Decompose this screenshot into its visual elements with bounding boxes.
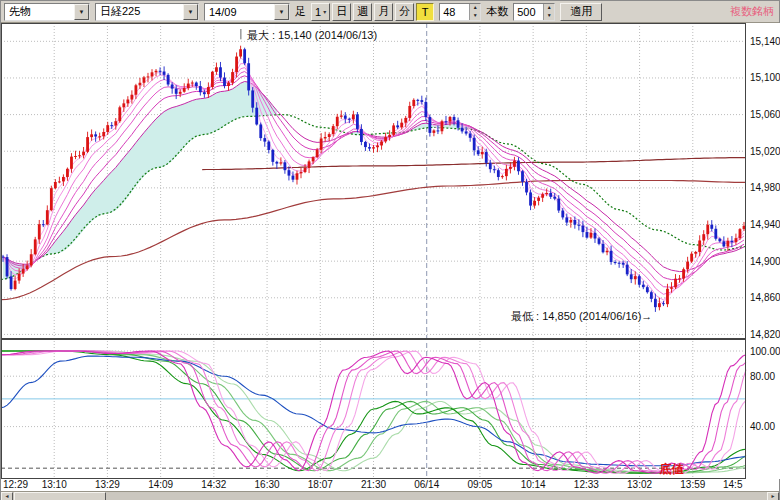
bar-type-button-day[interactable]: 日 (332, 3, 351, 21)
x-axis-label: 14:09 (148, 479, 173, 490)
futures-chart-window: 先物 日経225 14/09 足 1▾日週月分T 48 本数 500 適用 複数… (0, 0, 780, 500)
x-axis-label: 14:5 (723, 479, 742, 490)
instrument-type-select[interactable]: 先物 (4, 3, 90, 21)
chevron-down-icon: ▾ (323, 8, 326, 15)
chart-canvas[interactable]: 15,14015,10015,06015,02014,98014,94014,9… (1, 23, 780, 479)
bar-type-button-label: 日 (336, 4, 347, 19)
instrument-type-value: 先物 (5, 4, 74, 19)
contract-month-select[interactable]: 14/09 (204, 3, 290, 21)
scroll-left-button[interactable]: ◄ (1, 492, 13, 500)
svg-text:15,100: 15,100 (750, 72, 780, 83)
scroll-right-button[interactable]: ► (767, 492, 779, 500)
svg-text:80.00: 80.00 (750, 371, 775, 382)
x-axis-label: 12:33 (574, 479, 599, 490)
svg-text:14,900: 14,900 (750, 256, 780, 267)
bar-type-button-tick[interactable]: T (416, 3, 434, 21)
bar-type-label: 足 (295, 4, 306, 19)
x-axis-label: 09:05 (467, 479, 492, 490)
x-axis-label: 21:30 (361, 479, 386, 490)
chevron-down-icon[interactable] (74, 4, 89, 20)
scrollbar-thumb[interactable] (14, 492, 106, 500)
symbol-select[interactable]: 日経225 (95, 3, 199, 21)
x-axis-label: 13:02 (627, 479, 652, 490)
svg-text:14,940: 14,940 (750, 219, 780, 230)
x-axis-label: 13:10 (42, 479, 67, 490)
bar-type-button-group: 1▾日週月分T (311, 3, 434, 21)
right-arrow-icon: ► (768, 493, 778, 500)
bar-count-spinbox[interactable]: 500 (513, 3, 555, 21)
multi-symbol-link[interactable]: 複数銘柄 (730, 4, 776, 19)
apply-button[interactable]: 適用 (560, 3, 602, 21)
svg-text:100.00: 100.00 (750, 346, 780, 357)
low-annotation: 最低 : 14,850 (2014/06/16)→ (511, 310, 652, 322)
y-axis-labels: 15,14015,10015,06015,02014,98014,94014,9… (750, 36, 780, 432)
bar-type-button-week[interactable]: 週 (353, 3, 372, 21)
symbol-value: 日経225 (96, 4, 183, 19)
bar-type-button-label: 月 (378, 4, 389, 19)
high-annotation: 最大 : 15,140 (2014/06/13) (247, 29, 377, 41)
chevron-down-icon[interactable] (183, 4, 198, 20)
toolbar: 先物 日経225 14/09 足 1▾日週月分T 48 本数 500 適用 複数… (1, 1, 779, 23)
x-axis-label: 06/14 (414, 479, 439, 490)
spinner-arrows-icon[interactable] (469, 4, 480, 20)
svg-text:15,140: 15,140 (750, 36, 780, 47)
x-axis-label: 10:14 (521, 479, 546, 490)
svg-text:14,860: 14,860 (750, 292, 780, 303)
x-axis-labels: 12:2913:1013:2914:0914:3216:3018:0721:30… (1, 479, 779, 491)
bar-type-button-minute[interactable]: 分 (395, 3, 414, 21)
horizontal-scrollbar[interactable]: ◄ ► (1, 491, 779, 500)
svg-text:14,980: 14,980 (750, 182, 780, 193)
bar-type-button-label: 分 (399, 4, 410, 19)
x-axis-label: 18:07 (308, 479, 333, 490)
x-axis-label: 14:32 (201, 479, 226, 490)
svg-text:15,020: 15,020 (750, 146, 780, 157)
bar-type-button-interval-1[interactable]: 1▾ (311, 3, 330, 21)
contract-month-value: 14/09 (205, 6, 274, 18)
bar-type-button-label: 1 (315, 6, 321, 18)
left-arrow-icon: ◄ (2, 493, 12, 500)
svg-text:40.00: 40.00 (750, 421, 775, 432)
x-axis-label: 13:29 (95, 479, 120, 490)
tick-size-value: 48 (440, 6, 469, 18)
x-axis-label: 13:59 (680, 479, 705, 490)
bar-count-label: 本数 (486, 4, 508, 19)
svg-text:15,060: 15,060 (750, 109, 780, 120)
svg-text:14,820: 14,820 (750, 329, 780, 340)
spinner-arrows-icon[interactable] (543, 4, 554, 20)
bar-type-button-label: T (422, 6, 429, 18)
bar-type-button-month[interactable]: 月 (374, 3, 393, 21)
chevron-down-icon[interactable] (274, 4, 289, 20)
x-axis-label: 16:30 (255, 479, 280, 490)
bar-type-button-label: 週 (357, 4, 368, 19)
x-axis-label: 12:29 (3, 479, 28, 490)
bottom-price-annotation: 底値 (659, 462, 685, 476)
tick-size-spinbox[interactable]: 48 (439, 3, 481, 21)
bar-count-value: 500 (514, 6, 543, 18)
